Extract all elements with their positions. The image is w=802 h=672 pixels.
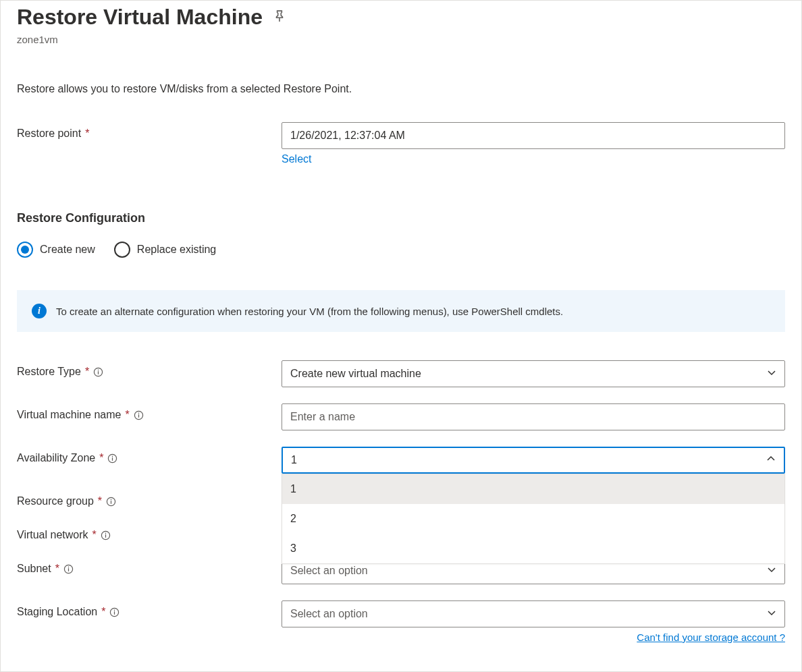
availability-zone-label: Availability Zone *	[17, 447, 282, 464]
vm-name-input[interactable]	[282, 403, 785, 430]
required-indicator: *	[85, 128, 89, 140]
pin-icon[interactable]	[273, 10, 286, 24]
staging-location-label: Staging Location *	[17, 600, 282, 618]
radio-create-new[interactable]: Create new	[17, 242, 95, 258]
subnet-label: Subnet *	[17, 557, 282, 575]
availability-zone-option-1[interactable]: 1	[282, 474, 784, 504]
info-icon[interactable]	[106, 497, 116, 507]
required-indicator: *	[125, 409, 129, 421]
info-banner-text: To create an alternate configuration whe…	[56, 306, 563, 317]
radio-circle-unselected	[114, 242, 130, 258]
required-indicator: *	[99, 452, 103, 464]
radio-create-new-label: Create new	[40, 244, 95, 256]
availability-zone-options: 1 2 3	[282, 474, 785, 564]
required-indicator: *	[92, 529, 97, 541]
info-icon[interactable]	[63, 564, 74, 574]
resource-group-label: Resource group *	[17, 490, 282, 507]
chevron-up-icon	[766, 454, 776, 466]
availability-zone-dropdown[interactable]: 1	[282, 447, 785, 474]
vm-name-label: Virtual machine name *	[17, 403, 282, 421]
staging-location-dropdown[interactable]: Select an option	[282, 600, 785, 627]
required-indicator: *	[85, 366, 89, 378]
chevron-down-icon	[767, 368, 776, 380]
restore-point-input[interactable]	[282, 122, 785, 149]
availability-zone-value: 1	[291, 454, 297, 466]
chevron-down-icon	[767, 565, 776, 577]
restore-type-value: Create new virtual machine	[290, 368, 421, 380]
info-banner: i To create an alternate configuration w…	[17, 290, 785, 332]
required-indicator: *	[55, 563, 59, 575]
restore-type-label: Restore Type *	[17, 360, 282, 378]
restore-type-dropdown[interactable]: Create new virtual machine	[282, 360, 785, 387]
info-icon[interactable]	[101, 530, 111, 540]
radio-circle-selected	[17, 242, 33, 258]
radio-replace-existing[interactable]: Replace existing	[114, 242, 216, 258]
storage-account-help-link[interactable]: Can't find your storage account ?	[637, 632, 785, 643]
required-indicator: *	[98, 495, 102, 507]
description-text: Restore allows you to restore VM/disks f…	[17, 83, 785, 95]
page-title: Restore Virtual Machine	[17, 5, 263, 30]
info-icon[interactable]	[93, 367, 103, 377]
availability-zone-option-3[interactable]: 3	[282, 534, 784, 563]
info-icon: i	[32, 304, 47, 318]
subnet-placeholder: Select an option	[290, 565, 368, 577]
info-icon[interactable]	[134, 410, 144, 420]
restore-configuration-heading: Restore Configuration	[17, 211, 785, 225]
required-indicator: *	[101, 606, 105, 618]
select-restore-point-link[interactable]: Select	[282, 153, 311, 165]
chevron-down-icon	[767, 608, 776, 620]
staging-location-placeholder: Select an option	[290, 608, 368, 620]
info-icon[interactable]	[109, 607, 119, 617]
availability-zone-option-2[interactable]: 2	[282, 504, 784, 534]
info-icon[interactable]	[107, 453, 117, 464]
restore-point-label: Restore point *	[17, 122, 282, 140]
virtual-network-label: Virtual network *	[17, 524, 282, 541]
resource-name: zone1vm	[17, 34, 785, 45]
radio-replace-existing-label: Replace existing	[137, 244, 216, 256]
